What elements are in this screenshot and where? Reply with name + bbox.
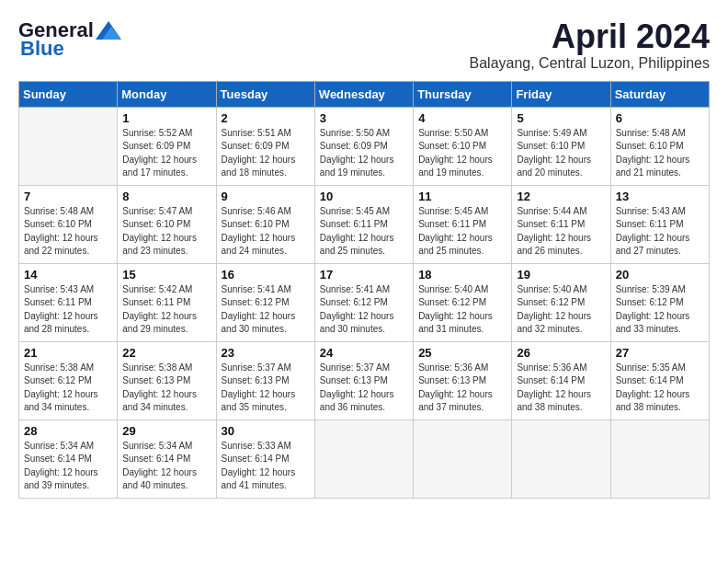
calendar-cell: 9Sunrise: 5:46 AMSunset: 6:10 PMDaylight…: [216, 185, 314, 263]
day-info: Sunrise: 5:38 AMSunset: 6:12 PMDaylight:…: [24, 362, 112, 415]
day-number: 17: [320, 268, 408, 282]
day-info: Sunrise: 5:46 AMSunset: 6:10 PMDaylight:…: [222, 205, 310, 259]
day-info: Sunrise: 5:48 AMSunset: 6:10 PMDaylight:…: [616, 127, 704, 180]
calendar-cell: 22Sunrise: 5:38 AMSunset: 6:13 PMDayligh…: [118, 341, 216, 419]
day-number: 6: [616, 111, 704, 125]
day-number: 11: [418, 190, 506, 203]
weekday-header-wednesday: Wednesday: [314, 81, 413, 107]
day-number: 3: [320, 111, 408, 125]
day-number: 10: [320, 190, 408, 203]
calendar-cell: 21Sunrise: 5:38 AMSunset: 6:12 PMDayligh…: [19, 341, 118, 419]
calendar-cell: 30Sunrise: 5:33 AMSunset: 6:14 PMDayligh…: [216, 419, 314, 498]
day-number: 9: [222, 190, 310, 203]
title-area: April 2024 Balayang, Central Luzon, Phil…: [470, 18, 711, 72]
day-number: 28: [24, 424, 112, 438]
calendar-cell: 17Sunrise: 5:41 AMSunset: 6:12 PMDayligh…: [314, 263, 413, 341]
calendar-cell: 8Sunrise: 5:47 AMSunset: 6:10 PMDaylight…: [118, 185, 216, 263]
calendar-cell: 23Sunrise: 5:37 AMSunset: 6:13 PMDayligh…: [216, 341, 314, 419]
page-header: General Blue April 2024 Balayang, Centra…: [18, 18, 710, 72]
day-number: 1: [122, 111, 210, 125]
day-info: Sunrise: 5:44 AMSunset: 6:11 PMDaylight:…: [517, 205, 605, 259]
day-number: 18: [418, 268, 506, 282]
day-info: Sunrise: 5:50 AMSunset: 6:09 PMDaylight:…: [320, 127, 408, 180]
calendar-cell: [19, 107, 118, 185]
day-info: Sunrise: 5:35 AMSunset: 6:14 PMDaylight:…: [616, 362, 704, 415]
calendar-cell: 13Sunrise: 5:43 AMSunset: 6:11 PMDayligh…: [610, 185, 709, 263]
day-info: Sunrise: 5:38 AMSunset: 6:13 PMDaylight:…: [122, 362, 210, 415]
day-info: Sunrise: 5:37 AMSunset: 6:13 PMDaylight:…: [222, 362, 310, 415]
calendar-cell: 25Sunrise: 5:36 AMSunset: 6:13 PMDayligh…: [414, 341, 512, 419]
calendar-cell: 15Sunrise: 5:42 AMSunset: 6:11 PMDayligh…: [118, 263, 216, 341]
day-info: Sunrise: 5:33 AMSunset: 6:14 PMDaylight:…: [222, 440, 310, 493]
calendar-cell: 11Sunrise: 5:45 AMSunset: 6:11 PMDayligh…: [414, 185, 512, 263]
calendar-cell: 12Sunrise: 5:44 AMSunset: 6:11 PMDayligh…: [512, 185, 610, 263]
day-info: Sunrise: 5:41 AMSunset: 6:12 PMDaylight:…: [320, 283, 408, 337]
calendar-cell: 5Sunrise: 5:49 AMSunset: 6:10 PMDaylight…: [512, 107, 610, 185]
calendar-cell: 16Sunrise: 5:41 AMSunset: 6:12 PMDayligh…: [216, 263, 314, 341]
day-info: Sunrise: 5:45 AMSunset: 6:11 PMDaylight:…: [418, 205, 506, 259]
day-number: 15: [122, 268, 210, 282]
location-title: Balayang, Central Luzon, Philippines: [470, 55, 711, 72]
day-number: 12: [517, 190, 605, 203]
day-info: Sunrise: 5:45 AMSunset: 6:11 PMDaylight:…: [320, 205, 408, 259]
logo: General Blue: [18, 18, 121, 61]
day-info: Sunrise: 5:36 AMSunset: 6:14 PMDaylight:…: [517, 362, 605, 415]
calendar-cell: 14Sunrise: 5:43 AMSunset: 6:11 PMDayligh…: [19, 263, 118, 341]
day-info: Sunrise: 5:49 AMSunset: 6:10 PMDaylight:…: [517, 127, 605, 180]
day-number: 7: [24, 190, 112, 203]
calendar-week-4: 21Sunrise: 5:38 AMSunset: 6:12 PMDayligh…: [19, 341, 710, 419]
month-title: April 2024: [470, 18, 711, 55]
day-number: 30: [222, 424, 310, 438]
day-number: 23: [222, 346, 310, 360]
calendar-week-3: 14Sunrise: 5:43 AMSunset: 6:11 PMDayligh…: [19, 263, 710, 341]
day-number: 5: [517, 111, 605, 125]
calendar-table: SundayMondayTuesdayWednesdayThursdayFrid…: [18, 81, 710, 499]
calendar-cell: 3Sunrise: 5:50 AMSunset: 6:09 PMDaylight…: [314, 107, 413, 185]
day-number: 19: [517, 268, 605, 282]
day-info: Sunrise: 5:40 AMSunset: 6:12 PMDaylight:…: [517, 283, 605, 337]
day-number: 8: [122, 190, 210, 203]
logo-icon: [96, 21, 121, 40]
day-number: 20: [616, 268, 704, 282]
calendar-cell: 28Sunrise: 5:34 AMSunset: 6:14 PMDayligh…: [19, 419, 118, 498]
calendar-cell: [512, 419, 610, 498]
weekday-header-friday: Friday: [512, 81, 610, 107]
calendar-week-1: 1Sunrise: 5:52 AMSunset: 6:09 PMDaylight…: [19, 107, 710, 185]
day-number: 2: [222, 111, 310, 125]
day-number: 14: [24, 268, 112, 282]
calendar-cell: 26Sunrise: 5:36 AMSunset: 6:14 PMDayligh…: [512, 341, 610, 419]
day-info: Sunrise: 5:48 AMSunset: 6:10 PMDaylight:…: [24, 205, 112, 259]
calendar-cell: [610, 419, 709, 498]
calendar-cell: 24Sunrise: 5:37 AMSunset: 6:13 PMDayligh…: [314, 341, 413, 419]
calendar-cell: 18Sunrise: 5:40 AMSunset: 6:12 PMDayligh…: [414, 263, 512, 341]
day-number: 21: [24, 346, 112, 360]
calendar-cell: 1Sunrise: 5:52 AMSunset: 6:09 PMDaylight…: [118, 107, 216, 185]
day-number: 4: [418, 111, 506, 125]
day-info: Sunrise: 5:43 AMSunset: 6:11 PMDaylight:…: [24, 283, 112, 337]
day-info: Sunrise: 5:34 AMSunset: 6:14 PMDaylight:…: [122, 440, 210, 493]
day-number: 26: [517, 346, 605, 360]
day-number: 22: [122, 346, 210, 360]
weekday-header-thursday: Thursday: [414, 81, 512, 107]
day-info: Sunrise: 5:39 AMSunset: 6:12 PMDaylight:…: [616, 283, 704, 337]
calendar-cell: 29Sunrise: 5:34 AMSunset: 6:14 PMDayligh…: [118, 419, 216, 498]
calendar-cell: 10Sunrise: 5:45 AMSunset: 6:11 PMDayligh…: [314, 185, 413, 263]
weekday-header-monday: Monday: [118, 81, 216, 107]
calendar-cell: 6Sunrise: 5:48 AMSunset: 6:10 PMDaylight…: [610, 107, 709, 185]
calendar-cell: [314, 419, 413, 498]
weekday-header-saturday: Saturday: [610, 81, 709, 107]
day-info: Sunrise: 5:43 AMSunset: 6:11 PMDaylight:…: [616, 205, 704, 259]
day-info: Sunrise: 5:36 AMSunset: 6:13 PMDaylight:…: [418, 362, 506, 415]
day-info: Sunrise: 5:40 AMSunset: 6:12 PMDaylight:…: [418, 283, 506, 337]
day-number: 29: [122, 424, 210, 438]
day-info: Sunrise: 5:52 AMSunset: 6:09 PMDaylight:…: [122, 127, 210, 180]
day-info: Sunrise: 5:42 AMSunset: 6:11 PMDaylight:…: [122, 283, 210, 337]
calendar-cell: [414, 419, 512, 498]
calendar-week-5: 28Sunrise: 5:34 AMSunset: 6:14 PMDayligh…: [19, 419, 710, 498]
calendar-cell: 4Sunrise: 5:50 AMSunset: 6:10 PMDaylight…: [414, 107, 512, 185]
calendar-cell: 2Sunrise: 5:51 AMSunset: 6:09 PMDaylight…: [216, 107, 314, 185]
calendar-week-2: 7Sunrise: 5:48 AMSunset: 6:10 PMDaylight…: [19, 185, 710, 263]
day-info: Sunrise: 5:41 AMSunset: 6:12 PMDaylight:…: [222, 283, 310, 337]
day-info: Sunrise: 5:37 AMSunset: 6:13 PMDaylight:…: [320, 362, 408, 415]
weekday-header-sunday: Sunday: [19, 81, 118, 107]
